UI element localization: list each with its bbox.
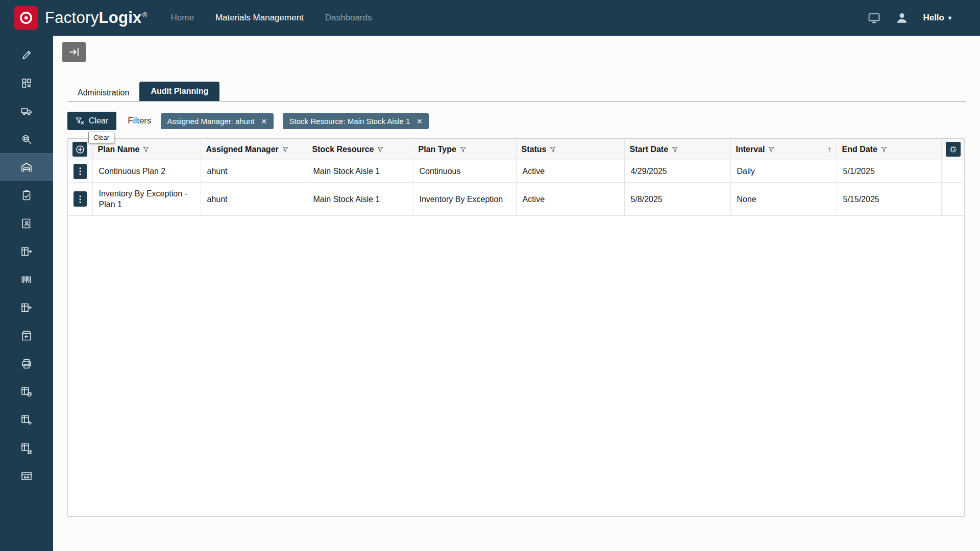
cell-start-date: 5/8/2025 [624, 183, 730, 216]
filter-bar: Clear Filters Assigned Manager: ahunt × … [67, 112, 980, 130]
sidebar-item-warehouse[interactable] [0, 153, 53, 181]
column-header-interval: Interval ↑ [730, 139, 837, 160]
sidebar-item-table-transfer[interactable] [0, 434, 53, 462]
tab-audit-planning[interactable]: Audit Planning [139, 82, 219, 101]
column-header-status: Status [516, 139, 624, 160]
clear-button-label: Clear [89, 116, 108, 126]
filter-funnel-icon[interactable] [282, 146, 288, 153]
logo-mark-icon [17, 9, 35, 27]
sidebar-item-printer[interactable] [0, 349, 53, 378]
table-export-icon [20, 245, 33, 258]
app-window: FactoryLogix® Home Materials Management … [0, 0, 980, 551]
filters-label: Filters [128, 116, 151, 126]
row-menu-button[interactable]: ⋮ [74, 164, 87, 179]
table-import-icon [20, 302, 33, 314]
top-navbar: FactoryLogix® Home Materials Management … [0, 0, 980, 36]
cell-end-date: 5/1/2025 [837, 160, 941, 183]
sidebar-item-table-resize[interactable] [0, 462, 53, 490]
sidebar-item-table-add[interactable] [0, 406, 53, 434]
chip-label: Assigned Manager: ahunt [167, 117, 255, 126]
brand-first: Factory [45, 9, 99, 27]
filter-funnel-icon[interactable] [550, 146, 556, 153]
collapse-panel-button[interactable] [62, 42, 86, 62]
factorylogix-logo[interactable] [14, 6, 38, 30]
barcode-icon [20, 273, 33, 286]
warehouse-icon [20, 161, 33, 173]
main-content: Administration Audit Planning Clear Filt… [53, 36, 980, 551]
filter-funnel-icon[interactable] [881, 146, 887, 153]
table-header-row: Plan Name Assigned Manager [68, 139, 965, 160]
audit-plans-table: Plan Name Assigned Manager [67, 138, 965, 517]
user-menu[interactable]: Hello ▾ [923, 13, 951, 23]
sidebar-item-grid-remove[interactable] [0, 69, 53, 97]
contacts-book-icon [20, 217, 33, 230]
filter-funnel-icon[interactable] [672, 146, 678, 153]
cell-interval: None [730, 183, 837, 216]
column-header-assigned-manager: Assigned Manager [201, 139, 307, 160]
tab-administration[interactable]: Administration [67, 84, 139, 101]
brand-second: Logix [99, 9, 141, 27]
cell-plan-name: Inventory By Exception - Plan 1 [92, 183, 201, 216]
column-label: Plan Name [98, 144, 140, 155]
sidebar-item-truck[interactable] [0, 97, 53, 125]
filter-chip-assigned-manager[interactable]: Assigned Manager: ahunt × [161, 113, 274, 129]
sidebar-item-edit[interactable] [0, 41, 53, 69]
filter-funnel-icon[interactable] [143, 146, 149, 153]
sidebar-item-contacts[interactable] [0, 209, 53, 237]
chip-label: Stock Resource: Main Stock Aisle 1 [289, 117, 410, 126]
column-label: Stock Resource [312, 144, 374, 155]
table-settings-button[interactable] [946, 142, 961, 157]
truck-icon [20, 105, 33, 117]
filter-funnel-icon[interactable] [460, 146, 466, 153]
sidebar-item-search-parts[interactable] [0, 125, 53, 153]
sidebar-item-audit-check[interactable] [0, 181, 53, 209]
sidebar-item-table-import[interactable] [0, 293, 53, 321]
table-row: ⋮ Continuous Plan 2 ahunt Main Stock Ais… [68, 160, 965, 183]
remote-monitor-button[interactable] [867, 12, 881, 24]
table-resize-icon [20, 470, 33, 482]
monitor-icon [867, 12, 881, 24]
column-header-end-date: End Date [837, 139, 941, 160]
funnel-x-icon [76, 117, 84, 125]
person-icon [895, 11, 909, 24]
nav-home[interactable]: Home [171, 13, 194, 23]
sidebar-item-package-receive[interactable] [0, 321, 53, 349]
column-label: Start Date [630, 144, 669, 155]
row-menu-button[interactable]: ⋮ [74, 191, 87, 207]
row-trailing-cell [941, 183, 965, 216]
filter-funnel-icon[interactable] [768, 146, 774, 153]
column-label: End Date [842, 144, 877, 155]
column-label: Interval [736, 144, 765, 155]
table-row: ⋮ Inventory By Exception - Plan 1 ahunt … [68, 183, 965, 216]
filter-funnel-icon[interactable] [377, 146, 383, 153]
arrow-to-bar-icon [68, 46, 80, 58]
column-label: Plan Type [419, 144, 456, 155]
cell-start-date: 4/29/2025 [624, 160, 730, 183]
edit-icon [20, 49, 33, 61]
nav-materials-management[interactable]: Materials Management [215, 13, 304, 23]
main-nav: Home Materials Management Dashboards [171, 13, 372, 23]
printer-icon [20, 358, 33, 370]
gear-icon [949, 145, 958, 154]
cell-status: Active [516, 183, 624, 216]
brand-title: FactoryLogix® [45, 9, 148, 27]
clear-filters-button[interactable]: Clear [67, 112, 116, 130]
sort-ascending-icon[interactable]: ↑ [827, 144, 831, 155]
nav-dashboards[interactable]: Dashboards [325, 13, 372, 23]
remove-filter-icon[interactable]: × [261, 116, 266, 126]
sidebar-item-table-export[interactable] [0, 237, 53, 265]
left-sidebar [0, 36, 53, 551]
column-label: Status [522, 144, 547, 155]
filter-chip-stock-resource[interactable]: Stock Resource: Main Stock Aisle 1 × [283, 113, 429, 129]
column-label: Assigned Manager [206, 144, 279, 155]
table-transfer-icon [20, 442, 33, 454]
user-avatar-button[interactable] [895, 11, 909, 24]
chevron-down-icon: ▾ [948, 14, 951, 21]
sidebar-item-barcode[interactable] [0, 265, 53, 293]
remove-filter-icon[interactable]: × [416, 116, 422, 126]
greeting-label: Hello [923, 13, 944, 23]
row-trailing-cell [941, 160, 965, 183]
column-header-start-date: Start Date [624, 139, 730, 160]
sidebar-item-table-refresh[interactable] [0, 378, 53, 406]
add-plan-button[interactable] [72, 142, 87, 157]
